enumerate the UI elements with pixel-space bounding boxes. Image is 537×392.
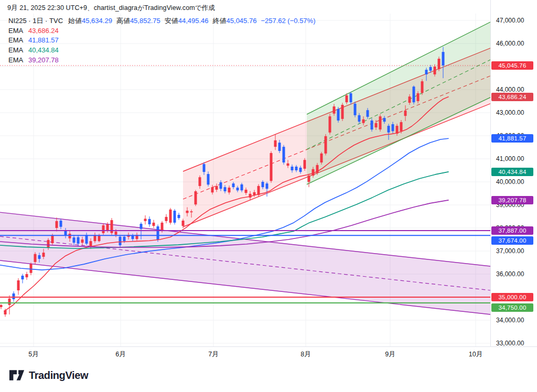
legend-ema-row[interactable]: EMA40,434.84: [8, 45, 315, 55]
candle-body: [245, 190, 248, 193]
symbol-legend-row[interactable]: NI225 · 1日 · TVC 始値45,634.29高値45,852.75安…: [8, 16, 315, 26]
candle-body: [228, 188, 231, 192]
candle-body: [333, 106, 336, 114]
ohlc-label: 終値: [213, 17, 227, 25]
candle-body: [186, 211, 189, 213]
candle-body: [413, 86, 415, 102]
candle-body: [195, 191, 197, 204]
candle-body: [341, 105, 344, 119]
candle-body: [182, 221, 185, 226]
candle-body: [295, 167, 298, 170]
candle-body: [425, 70, 428, 74]
ohlc-label: 安値: [165, 17, 178, 25]
candle-body: [132, 236, 134, 239]
legend-ema-row[interactable]: EMA39,207.78: [8, 55, 315, 65]
candle-body: [60, 221, 62, 227]
candle-body: [102, 225, 105, 233]
candle-body: [0, 305, 3, 307]
price-axis[interactable]: 47,000.0046,000.0045,000.0044,000.0043,0…: [490, 0, 537, 346]
price-tick-label: 40,000.00: [496, 178, 524, 186]
candle-body: [8, 299, 11, 305]
candle-body: [241, 184, 243, 190]
candle-body: [123, 237, 126, 241]
candle-body: [30, 264, 33, 273]
candle-body: [17, 280, 20, 290]
candle-body: [211, 187, 214, 192]
ohlc-label: 高値: [116, 17, 130, 25]
candle-body: [320, 154, 323, 162]
candle-body: [237, 188, 239, 190]
candle-body: [157, 226, 159, 240]
candle-body: [417, 93, 420, 101]
candle-body: [429, 67, 432, 71]
month-label: 7月: [208, 350, 218, 359]
candle-body: [42, 253, 45, 257]
candle-body: [400, 122, 403, 131]
candle-body: [190, 211, 193, 212]
candle-body: [56, 221, 58, 228]
candle-body: [111, 220, 113, 233]
candle-body: [98, 236, 101, 241]
ohlc-value: 45,634.29: [82, 17, 112, 25]
time-axis[interactable]: 5月6月7月8月9月10月: [0, 346, 537, 362]
candle-body: [287, 164, 289, 166]
price-badge: 43,686.24: [491, 93, 533, 101]
price-tick-label: 37,000.00: [496, 247, 524, 255]
candle-body: [178, 215, 180, 218]
candle-body: [274, 140, 277, 147]
candle-body: [38, 255, 41, 259]
candle-body: [434, 67, 436, 74]
price-tick-label: 46,000.00: [496, 40, 524, 47]
ema-value: 41,881.57: [28, 36, 59, 44]
ema-label: EMA: [8, 46, 28, 54]
month-label: 9月: [385, 350, 395, 359]
candle-body: [203, 164, 206, 172]
ema-label: EMA: [8, 36, 28, 44]
tradingview-logo-icon: [9, 368, 25, 382]
price-tick-label: 47,000.00: [496, 17, 524, 24]
candle-body: [358, 115, 361, 122]
candle-body: [81, 239, 84, 243]
month-label: 10月: [469, 350, 482, 359]
candle-body: [404, 111, 407, 116]
legend-ema-row[interactable]: EMA41,881.57: [8, 36, 315, 46]
price-tick-label: 36,000.00: [496, 270, 524, 278]
ema-label: EMA: [8, 56, 28, 64]
ohlc-value: 45,045.76: [227, 17, 257, 25]
candle-body: [199, 177, 201, 186]
candle-body: [392, 124, 394, 131]
ohlc-value: 44,495.46: [178, 17, 209, 25]
tradingview-logo-text: TradingView: [29, 369, 88, 382]
candle-body: [278, 143, 281, 151]
symbol-title[interactable]: NI225 · 1日 · TVC: [8, 16, 63, 26]
change-value: −257.62 (−0.57%): [261, 17, 315, 25]
ema-legend-rows: EMA43,686.24EMA41,881.57EMA40,434.84EMA3…: [8, 26, 315, 64]
price-tick-label: 43,000.00: [496, 109, 524, 116]
candle-body: [325, 136, 327, 154]
candle-body: [371, 121, 373, 129]
candle-body: [85, 235, 88, 244]
candle-body: [90, 241, 92, 246]
candle-body: [308, 176, 310, 182]
price-tick-label: 34,000.00: [496, 317, 524, 324]
candle-body: [409, 96, 411, 103]
legend-ema-row[interactable]: EMA43,686.24: [8, 26, 315, 36]
price-tick-label: 41,000.00: [496, 155, 524, 162]
candle-body: [220, 182, 222, 189]
tradingview-logo[interactable]: TradingView: [9, 368, 88, 382]
ema-value: 40,434.84: [28, 46, 59, 54]
candle-body: [421, 81, 424, 93]
candle-body: [299, 168, 302, 172]
month-label: 8月: [300, 350, 310, 359]
price-badge: 35,000.00: [491, 293, 533, 301]
candle-body: [47, 240, 50, 247]
candle-body: [224, 187, 227, 191]
ohlc-label: 始値: [68, 17, 82, 25]
ema-value: 43,686.24: [28, 27, 59, 35]
candle-body: [26, 274, 28, 277]
candle-body: [106, 224, 109, 231]
candle-body: [291, 167, 294, 170]
legend-ohlc-item: 安値44,495.46: [165, 17, 209, 25]
ema-label: EMA: [8, 27, 28, 35]
candle-body: [232, 183, 235, 187]
